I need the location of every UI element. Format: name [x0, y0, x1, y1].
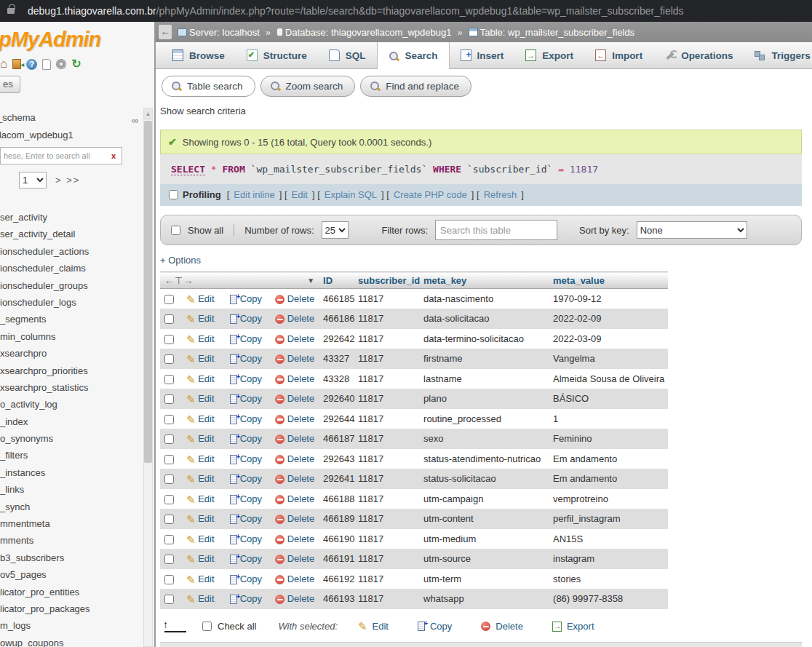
row-copy-link[interactable]: Copy: [230, 293, 262, 304]
selected-edit-link[interactable]: ✎Edit: [358, 621, 389, 632]
row-copy-link[interactable]: Copy: [230, 433, 262, 444]
row-edit-link[interactable]: ✎ Edit: [186, 553, 215, 564]
sidebar-item-database[interactable]: llacom_wpdebug1: [0, 130, 154, 140]
row-checkbox[interactable]: [164, 515, 174, 524]
check-all-label[interactable]: Check all: [218, 621, 256, 632]
row-edit-link[interactable]: ✎ Edit: [186, 293, 215, 304]
sidebar-table-item[interactable]: min_columns: [0, 331, 154, 348]
row-checkbox[interactable]: [164, 575, 174, 584]
filter-rows-input[interactable]: [435, 220, 557, 240]
row-delete-link[interactable]: Delete: [275, 473, 314, 484]
edit-inline-link[interactable]: Edit inline: [234, 189, 274, 200]
sidebar-table-item[interactable]: b3_subscribers: [0, 552, 154, 569]
sidebar-table-item[interactable]: mments: [0, 535, 154, 552]
documentation-icon[interactable]: [42, 59, 51, 70]
row-copy-link[interactable]: Copy: [230, 313, 262, 324]
row-delete-link[interactable]: Delete: [275, 453, 314, 464]
row-delete-link[interactable]: Delete: [275, 533, 314, 544]
row-delete-link[interactable]: Delete: [275, 513, 314, 524]
row-edit-link[interactable]: ✎ Edit: [186, 453, 215, 464]
row-checkbox[interactable]: [164, 475, 174, 484]
row-edit-link[interactable]: ✎ Edit: [186, 573, 215, 584]
row-delete-link[interactable]: Delete: [275, 593, 314, 604]
row-checkbox[interactable]: [164, 495, 174, 504]
row-copy-link[interactable]: Copy: [230, 513, 262, 524]
row-edit-link[interactable]: ✎ Edit: [186, 353, 215, 364]
row-delete-link[interactable]: Delete: [275, 313, 314, 324]
collapse-nav-button[interactable]: ←: [159, 25, 172, 39]
pager-next-links[interactable]: > >>: [55, 175, 80, 186]
sidebar-table-item[interactable]: _filters: [0, 450, 154, 467]
profiling-checkbox[interactable]: [169, 190, 178, 199]
row-edit-link[interactable]: ✎ Edit: [186, 433, 215, 444]
row-edit-link[interactable]: ✎ Edit: [186, 513, 215, 524]
help-icon[interactable]: ?: [26, 59, 37, 70]
refresh-link[interactable]: Refresh: [484, 189, 517, 200]
row-copy-link[interactable]: Copy: [230, 493, 262, 504]
sidebar-table-item[interactable]: mmentmeta: [0, 518, 154, 535]
tab-insert[interactable]: Insert: [450, 42, 515, 68]
breadcrumb-database[interactable]: Database: thiagovarellacom_wpdebug1: [285, 27, 451, 38]
row-copy-link[interactable]: Copy: [230, 573, 262, 584]
row-delete-link[interactable]: Delete: [275, 493, 314, 504]
tab-structure[interactable]: Structure: [236, 42, 318, 68]
column-header-subscriber-id[interactable]: subscriber_id: [358, 275, 420, 286]
column-header-id[interactable]: ID: [323, 275, 333, 286]
row-checkbox[interactable]: [164, 535, 174, 544]
sidebar-table-item[interactable]: _instances: [0, 467, 154, 484]
reload-navigation-icon[interactable]: ↻: [71, 59, 81, 69]
tab-operations[interactable]: Operations: [653, 42, 744, 68]
options-toggle-link[interactable]: + Options: [160, 255, 201, 266]
sidebar-table-item[interactable]: ionscheduler_groups: [0, 280, 154, 297]
edit-link[interactable]: Edit: [292, 189, 308, 200]
tab-export[interactable]: Export: [514, 42, 584, 68]
tab-triggers[interactable]: Triggers: [744, 42, 812, 68]
sidebar-table-item[interactable]: licator_pro_entities: [0, 587, 154, 603]
row-edit-link[interactable]: ✎ Edit: [186, 393, 215, 404]
row-edit-link[interactable]: ✎ Edit: [186, 333, 215, 344]
logout-icon[interactable]: [12, 59, 21, 69]
row-edit-link[interactable]: ✎ Edit: [186, 413, 215, 424]
row-edit-link[interactable]: ✎ Edit: [186, 533, 215, 544]
subtab-zoom-search[interactable]: Zoom search: [260, 76, 356, 97]
settings-icon[interactable]: [56, 59, 66, 69]
sidebar-table-item[interactable]: owup_coupons: [0, 638, 154, 647]
breadcrumb-table[interactable]: Table: wp_mailster_subscriber_fields: [480, 27, 634, 38]
options-caret-icon[interactable]: ▼: [307, 277, 314, 285]
row-copy-link[interactable]: Copy: [230, 373, 262, 384]
url-text[interactable]: debug1.thiagovarella.com.br/phpMyAdmin/i…: [28, 5, 684, 17]
row-copy-link[interactable]: Copy: [230, 413, 262, 424]
show-search-criteria-link[interactable]: Show search criteria: [160, 106, 246, 116]
row-checkbox[interactable]: [164, 394, 174, 404]
tab-sql[interactable]: SQL: [318, 42, 377, 68]
selected-delete-link[interactable]: Delete: [481, 621, 523, 632]
show-all-checkbox[interactable]: [171, 226, 180, 235]
check-all-checkbox[interactable]: [202, 622, 212, 631]
row-copy-link[interactable]: Copy: [230, 553, 262, 564]
row-checkbox[interactable]: [164, 375, 174, 384]
column-header-meta-value[interactable]: meta_value: [553, 275, 605, 286]
page-select[interactable]: 1: [19, 172, 47, 188]
row-copy-link[interactable]: Copy: [230, 533, 262, 544]
row-delete-link[interactable]: Delete: [275, 373, 314, 384]
sidebar-table-item[interactable]: _index: [0, 416, 154, 433]
create-php-code-link[interactable]: Create PHP code: [394, 189, 467, 200]
row-delete-link[interactable]: Delete: [275, 333, 314, 344]
row-checkbox[interactable]: [164, 595, 174, 604]
sidebar-table-item[interactable]: _links: [0, 484, 154, 501]
row-delete-link[interactable]: Delete: [275, 293, 314, 304]
sort-by-key-select[interactable]: None: [637, 221, 747, 239]
column-toggle-arrows[interactable]: ←⊤→: [164, 275, 194, 286]
subtab-find-replace[interactable]: Find and replace: [360, 76, 471, 97]
sidebar-table-item[interactable]: o_activity_log: [0, 399, 154, 416]
selected-export-link[interactable]: Export: [552, 621, 594, 632]
row-delete-link[interactable]: Delete: [275, 353, 314, 364]
sidebar-scrollbar[interactable]: ▲: [143, 108, 153, 647]
row-copy-link[interactable]: Copy: [230, 593, 262, 604]
number-of-rows-select[interactable]: 25: [322, 221, 349, 239]
row-copy-link[interactable]: Copy: [230, 453, 262, 464]
home-icon[interactable]: ⌂: [0, 58, 7, 70]
row-copy-link[interactable]: Copy: [230, 333, 262, 344]
row-edit-link[interactable]: ✎ Edit: [186, 593, 215, 604]
row-edit-link[interactable]: ✎ Edit: [186, 493, 215, 504]
